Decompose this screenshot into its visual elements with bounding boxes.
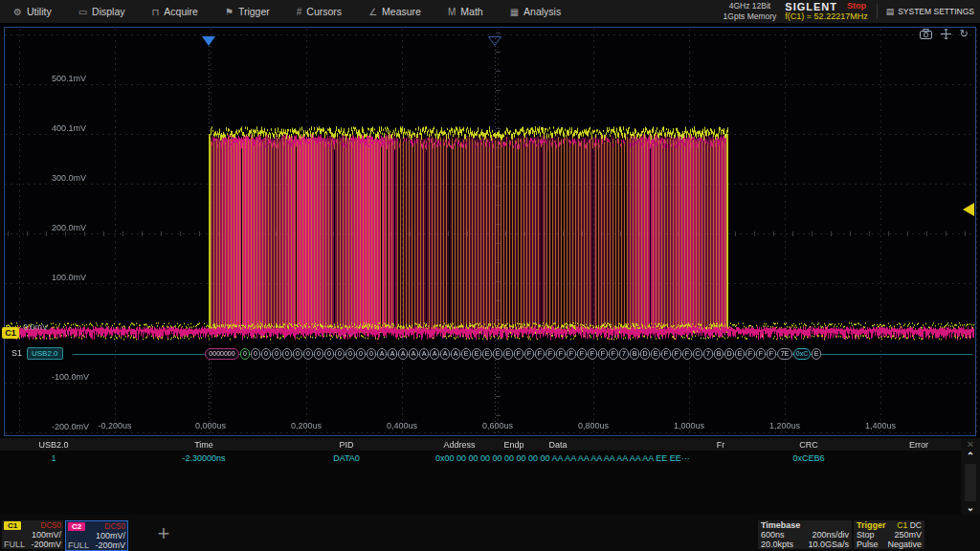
timebase-samplerate: 10.0GSa/s xyxy=(808,540,849,549)
waveform-display[interactable]: 500.1mV400.1mV300.0mV200.0mV100.0mV0.0mV… xyxy=(0,25,980,438)
decode-token-data: D xyxy=(724,348,734,360)
decode-token-data: F xyxy=(577,348,587,360)
channel2-offset: -200mV xyxy=(95,540,125,550)
camera-icon[interactable] xyxy=(920,29,932,39)
menu-bar: ⚙Utility▭Display⊓Acquire⚑Trigger#Cursors… xyxy=(0,0,980,25)
decode-token-data: F xyxy=(514,348,523,360)
measure-label: Measure xyxy=(382,6,421,17)
decode-token-data: 0 xyxy=(314,348,323,360)
table-cell-pid[interactable]: DATA0 xyxy=(333,453,360,463)
serial-decode-label: S1 xyxy=(11,348,22,358)
decode-token-data: 0 xyxy=(251,348,260,360)
trigger-title: Trigger xyxy=(857,520,886,530)
table-row-index[interactable]: 1 xyxy=(51,453,56,463)
decode-token-data: 0 xyxy=(282,348,292,360)
menu-item-acquire[interactable]: ⊓Acquire xyxy=(139,0,212,23)
trigger-level: 250mV xyxy=(894,530,922,540)
trigger-mode: Stop xyxy=(857,530,875,540)
decode-token-data: F xyxy=(746,348,755,360)
trigger-coupling: DC xyxy=(910,520,922,530)
decode-token-data: F xyxy=(535,348,545,360)
decode-token-data: 0 xyxy=(356,348,366,360)
channel2-coupling: DC50 xyxy=(104,521,125,531)
analysis-icon: ▦ xyxy=(510,7,519,17)
decode-token-data: C xyxy=(693,348,702,360)
decode-token-data: A xyxy=(409,348,418,360)
menu-item-math[interactable]: MMath xyxy=(434,0,497,23)
add-channel-button[interactable]: + xyxy=(136,520,191,549)
timebase-panel[interactable]: Timebase 600ns 200ns/div 20.0kpts 10.0GS… xyxy=(758,520,852,549)
decode-token-data: 7 xyxy=(619,348,629,360)
specs-bandwidth: 4GHz 12Bit xyxy=(724,1,777,11)
decode-token-data: 0 xyxy=(335,348,345,360)
scope-specs: 4GHz 12Bit 1Gpts Memory xyxy=(724,1,777,21)
decode-token-data: 0 xyxy=(272,348,281,360)
table-header-pid: PID xyxy=(339,440,353,450)
menu-item-measure[interactable]: ∠Measure xyxy=(355,0,434,23)
bus-type-badge[interactable]: USB2.0 xyxy=(27,347,63,360)
decode-token-data: F xyxy=(567,348,576,360)
decode-token-data: F xyxy=(672,348,681,360)
menu-item-display[interactable]: ▭Display xyxy=(65,0,139,23)
trigger-label: Trigger xyxy=(238,6,270,17)
system-settings-button[interactable]: ▤ SYSTEM SETTINGS xyxy=(886,7,974,16)
decode-token-data: 0 xyxy=(324,348,334,360)
move-arrows-icon[interactable] xyxy=(941,29,951,39)
table-header-usb20: USB2.0 xyxy=(38,440,68,450)
decode-token-data: 7E xyxy=(777,348,792,360)
menu-item-utility[interactable]: ⚙Utility xyxy=(0,0,65,23)
decode-token-data: 0 xyxy=(345,348,355,360)
utility-icon: ⚙ xyxy=(13,7,22,17)
utility-label: Utility xyxy=(27,6,52,17)
decode-token-data: A xyxy=(440,348,450,360)
decode-token-data: F xyxy=(756,348,766,360)
decode-token-data: F xyxy=(682,348,692,360)
channel1-badge: C1 xyxy=(4,521,21,530)
table-cell-time[interactable]: -2.30000ns xyxy=(182,453,225,463)
channel1-box[interactable]: C1 DC50 100mV/ FULL -200mV xyxy=(2,520,63,549)
table-cell-data[interactable]: 0x00 00 00 00 00 00 00 00 00 AA AA AA AA… xyxy=(435,453,690,463)
rotate-icon[interactable]: ↻ xyxy=(960,28,969,39)
decode-token-data: B xyxy=(630,348,639,360)
table-header-time: Time xyxy=(194,440,213,450)
table-header-fr: Fr xyxy=(717,440,725,450)
decode-token-data: A xyxy=(419,348,429,360)
math-icon: M xyxy=(448,7,456,17)
scrollbar-track[interactable] xyxy=(965,464,976,501)
trigger-icon: ⚑ xyxy=(225,7,234,17)
menu-item-analysis[interactable]: ▦Analysis xyxy=(497,0,575,23)
menu-item-cursors[interactable]: #Cursors xyxy=(283,0,355,23)
close-icon[interactable]: ✕ xyxy=(967,438,974,451)
channel1-position-marker[interactable]: C1 xyxy=(2,327,19,339)
trigger-panel[interactable]: Trigger C1 DC Stop 250mV Pulse Negative xyxy=(854,520,924,549)
decode-token-data: 0 xyxy=(293,348,302,360)
trigger-source: C1 xyxy=(897,520,907,530)
decode-token-data: A xyxy=(388,348,397,360)
decode-token-data: 0 xyxy=(367,348,376,360)
waveform-canvas[interactable] xyxy=(0,25,980,438)
decode-token-crc: 0xC xyxy=(793,348,811,360)
decode-event-table: USB2.0TimePIDAddressEndpDataFrCRCError 1… xyxy=(0,438,980,515)
decode-token-data: F xyxy=(556,348,566,360)
table-cell-crc[interactable]: 0xCEB6 xyxy=(792,453,824,463)
frequency-counter: f(C1) = 52.22217MHz xyxy=(785,12,867,22)
math-label: Math xyxy=(460,6,482,17)
menu-item-trigger[interactable]: ⚑Trigger xyxy=(212,0,283,23)
measure-icon: ∠ xyxy=(368,7,377,17)
specs-memory: 1Gpts Memory xyxy=(724,11,777,22)
decode-token-data: F xyxy=(767,348,776,360)
channel2-box[interactable]: C2 DC50 100mV/ FULL -200mV xyxy=(65,520,128,551)
decode-token-data: D xyxy=(640,348,650,360)
cursors-icon: # xyxy=(297,7,302,17)
scroll-up-icon[interactable]: ⌃ xyxy=(967,451,974,463)
table-scrollbar: ✕ ⌃ ⌄ xyxy=(961,438,980,515)
scroll-down-icon[interactable]: ⌄ xyxy=(967,502,974,515)
menu-items: ⚙Utility▭Display⊓Acquire⚑Trigger#Cursors… xyxy=(0,0,574,23)
decode-token-data: 7 xyxy=(703,348,713,360)
decode-token-data: E xyxy=(503,348,513,360)
decode-token-data: F xyxy=(588,348,597,360)
brand-block: SIGLENT Stop f(C1) = 52.22217MHz xyxy=(785,1,867,22)
decode-token-data: F xyxy=(546,348,555,360)
table-header-endp: Endp xyxy=(503,440,523,450)
table-header-address: Address xyxy=(443,440,475,450)
